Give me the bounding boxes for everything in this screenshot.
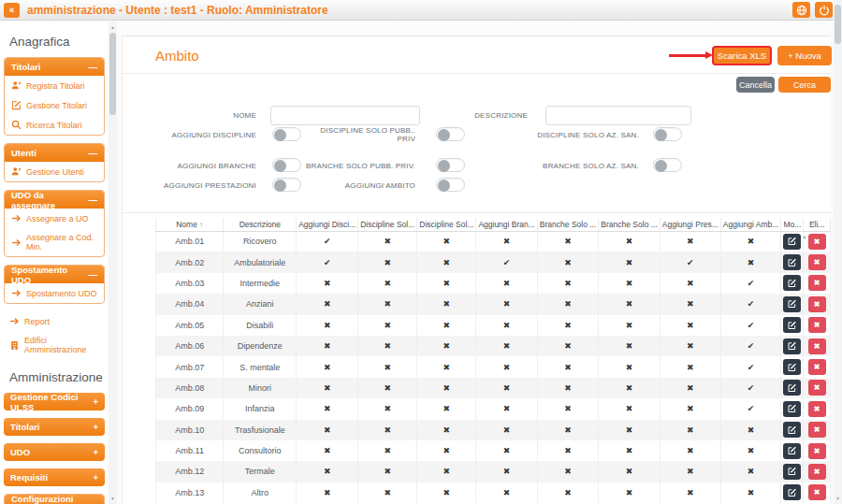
delete-row-button[interactable]: ✖	[808, 422, 826, 438]
sidebar-item-report[interactable]: Report	[3, 311, 108, 331]
edit-row-button[interactable]	[783, 275, 801, 291]
toggle-branche-solo-az-san-[interactable]	[653, 158, 682, 172]
cell-nome: Amb.10	[156, 420, 224, 440]
expand-plus-icon[interactable]: +	[93, 472, 98, 482]
search-button[interactable]: Cerca	[778, 77, 831, 93]
scroll-down-icon[interactable]: ▼	[109, 496, 117, 501]
cross-icon: ✖	[476, 398, 537, 419]
edit-row-button[interactable]	[783, 380, 801, 396]
sidebar-panel-header[interactable]: Titolari—	[5, 58, 104, 76]
expand-plus-icon[interactable]: +	[93, 447, 98, 457]
column-header-mo-[interactable]: Mo...	[781, 218, 804, 231]
edit-row-button[interactable]	[783, 338, 801, 354]
sidebar-item-label: Ricerca Titolari	[26, 121, 82, 130]
delete-row-button[interactable]: ✖	[808, 254, 826, 270]
table-scrollbar[interactable]: ▲	[801, 232, 808, 504]
edit-row-button[interactable]	[783, 464, 801, 480]
edit-row-button[interactable]	[783, 254, 801, 270]
delete-row-button[interactable]: ✖	[808, 380, 826, 396]
cross-icon: ✖	[537, 356, 598, 377]
expand-plus-icon[interactable]: +	[93, 396, 98, 407]
sidebar-panel-header[interactable]: Gestione Codici ULSS+	[4, 393, 105, 410]
cross-icon: ✖	[720, 252, 781, 272]
delete-row-button[interactable]: ✖	[808, 296, 826, 312]
sidebar-item-edifici-amministrazione[interactable]: Edifici Amministrazione	[3, 331, 108, 359]
collapse-minus-icon[interactable]: —	[89, 194, 98, 205]
collapse-minus-icon[interactable]: —	[89, 498, 98, 504]
sidebar-panel-header[interactable]: Utenti—	[5, 144, 104, 162]
column-header-descrizione[interactable]: Descrizione	[224, 218, 297, 231]
scroll-up-icon[interactable]: ▲	[109, 24, 117, 30]
delete-row-button[interactable]: ✖	[808, 275, 826, 291]
sidebar-item-gestione-utenti[interactable]: Gestione Utenti	[5, 162, 104, 181]
scroll-down-icon[interactable]: ▼	[834, 496, 842, 501]
toggle-label: DISCIPLINE SOLO AZ. SAN.	[497, 131, 639, 139]
logout-power-button[interactable]	[815, 2, 833, 18]
delete-row-button[interactable]: ✖	[808, 317, 826, 333]
delete-row-button[interactable]: ✖	[808, 443, 826, 459]
column-header-discipline-sol-[interactable]: Discipline Sol...	[358, 218, 417, 231]
download-xls-button[interactable]: Scarica XLS	[712, 46, 772, 65]
ambito-table: Nome ↑DescrizioneAggiungi Disci...Discip…	[155, 218, 831, 503]
toggle-knob	[438, 180, 450, 192]
edit-row-button[interactable]	[783, 484, 801, 500]
sidebar-panel-header[interactable]: Spostamento UDO—	[5, 266, 104, 283]
sidebar-panel-header[interactable]: Configurazioni UDO—	[5, 495, 104, 504]
column-header-nome[interactable]: Nome ↑	[156, 218, 224, 231]
column-header-aggiungi-pres-[interactable]: Aggiungi Pres...	[660, 218, 720, 231]
sidebar-panel-header[interactable]: Requisiti+	[4, 468, 105, 486]
sidebar-item-gestione-titolari[interactable]: Gestione Titolari	[5, 95, 104, 115]
sidebar-item-registra-titolari[interactable]: Registra Titolari	[5, 76, 104, 95]
sidebar-panel-header[interactable]: UDO+	[4, 443, 105, 461]
edit-row-button[interactable]	[783, 317, 801, 333]
collapse-minus-icon[interactable]: —	[89, 62, 98, 72]
delete-row-button[interactable]: ✖	[808, 484, 826, 500]
page-scrollbar[interactable]: ▼	[834, 0, 842, 504]
edit-row-button[interactable]	[783, 234, 801, 250]
sidebar-item-assegnare-a-cod-min-[interactable]: Assegnare a Cod. Min.	[5, 228, 104, 256]
new-record-button[interactable]: + Nuova	[777, 46, 832, 65]
sidebar-scrollbar-thumb[interactable]	[109, 33, 116, 115]
column-header-aggiungi-bran-[interactable]: Aggiungi Bran...	[476, 218, 537, 231]
nome-input[interactable]	[270, 106, 420, 125]
sidebar-collapse-button[interactable]: «	[4, 3, 20, 18]
column-header-discipline-sol-[interactable]: Discipline Sol...	[417, 218, 476, 231]
delete-row-button[interactable]: ✖	[808, 464, 826, 480]
column-header-branche-solo-[interactable]: Branche Solo ...	[599, 218, 660, 231]
column-header-eli-[interactable]: Eli...	[804, 218, 831, 231]
cross-icon: ✖	[720, 482, 781, 503]
edit-row-button[interactable]	[783, 422, 801, 438]
descrizione-input[interactable]	[545, 106, 691, 125]
search-icon	[11, 120, 22, 130]
sidebar-panel-header[interactable]: Titolari+	[4, 418, 105, 436]
sidebar-item-spostamento-udo[interactable]: Spostamento UDO	[5, 283, 104, 303]
sidebar-navigation: Anagrafica Titolari—Registra TitolariGes…	[0, 22, 108, 504]
sidebar-item-assegnare-a-uo[interactable]: Assegnare a UO	[5, 209, 104, 228]
page-scrollbar-thumb[interactable]	[835, 5, 841, 44]
column-header-branche-solo-[interactable]: Branche Solo ...	[537, 218, 598, 231]
edit-row-button[interactable]	[783, 401, 801, 417]
delete-row-button[interactable]: ✖	[808, 338, 826, 354]
toggle-discipline-solo-pubb-[interactable]	[436, 127, 465, 141]
delete-row-button[interactable]: ✖	[808, 234, 826, 250]
column-header-aggiungi-amb-[interactable]: Aggiungi Amb...	[720, 218, 781, 231]
toggle-branche-solo-pubb-priv-[interactable]	[436, 158, 465, 172]
edit-row-button[interactable]	[783, 296, 801, 312]
toggle-aggiungi-ambito[interactable]	[436, 178, 465, 192]
sidebar-scrollbar[interactable]: ▲ ▼	[109, 22, 117, 504]
sidebar-panel-header[interactable]: UDO da assegnare—	[5, 191, 104, 209]
collapse-minus-icon[interactable]: —	[89, 269, 98, 280]
toggle-discipline-solo-az-san-[interactable]	[653, 127, 682, 141]
clear-filters-button[interactable]: Cancella	[736, 77, 775, 93]
language-globe-button[interactable]	[792, 2, 810, 18]
column-header-aggiungi-disci-[interactable]: Aggiungi Disci...	[297, 218, 358, 231]
scroll-up-icon[interactable]: ▲	[801, 234, 808, 239]
edit-row-button[interactable]	[783, 443, 801, 459]
delete-row-button[interactable]: ✖	[808, 359, 826, 375]
edit-row-button[interactable]	[783, 359, 801, 375]
collapse-minus-icon[interactable]: —	[89, 148, 98, 158]
delete-row-button[interactable]: ✖	[808, 401, 826, 417]
cell-nome: Amb.04	[156, 294, 224, 314]
expand-plus-icon[interactable]: +	[93, 422, 98, 432]
sidebar-item-ricerca-titolari[interactable]: Ricerca Titolari	[5, 115, 104, 135]
